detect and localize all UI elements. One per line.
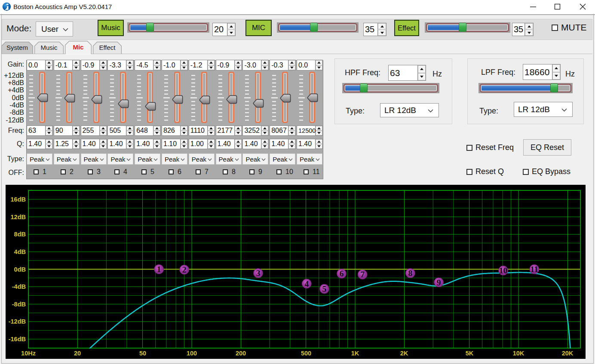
svg-text:20: 20 — [74, 350, 81, 357]
svg-text:10K: 10K — [513, 350, 524, 357]
svg-text:3: 3 — [256, 269, 261, 278]
svg-text:10: 10 — [499, 266, 508, 275]
svg-text:8dB: 8dB — [14, 231, 26, 238]
svg-text:6: 6 — [340, 269, 344, 278]
svg-text:2: 2 — [182, 265, 187, 274]
svg-text:9: 9 — [437, 278, 441, 287]
svg-text:5K: 5K — [466, 350, 474, 357]
svg-text:11: 11 — [531, 265, 538, 274]
svg-text:4: 4 — [304, 279, 309, 288]
svg-text:2K: 2K — [400, 350, 408, 357]
svg-text:-16dB: -16dB — [9, 336, 26, 343]
svg-text:1: 1 — [157, 265, 161, 274]
svg-text:5: 5 — [322, 284, 327, 294]
svg-text:0dB: 0dB — [14, 266, 26, 273]
svg-text:1K: 1K — [351, 350, 359, 357]
svg-text:200: 200 — [236, 350, 246, 357]
svg-text:50: 50 — [139, 350, 146, 357]
svg-text:500: 500 — [301, 350, 311, 357]
svg-text:7: 7 — [360, 270, 365, 279]
svg-text:12dB: 12dB — [11, 214, 26, 220]
svg-text:8: 8 — [408, 269, 413, 278]
svg-text:-12dB: -12dB — [9, 318, 26, 325]
svg-text:-4dB: -4dB — [12, 283, 26, 290]
svg-text:10Hz: 10Hz — [21, 350, 36, 357]
svg-text:16dB: 16dB — [11, 196, 26, 203]
svg-text:-8dB: -8dB — [12, 301, 26, 308]
svg-text:20K: 20K — [562, 350, 574, 357]
svg-text:100: 100 — [187, 350, 197, 357]
svg-text:4dB: 4dB — [14, 248, 26, 255]
